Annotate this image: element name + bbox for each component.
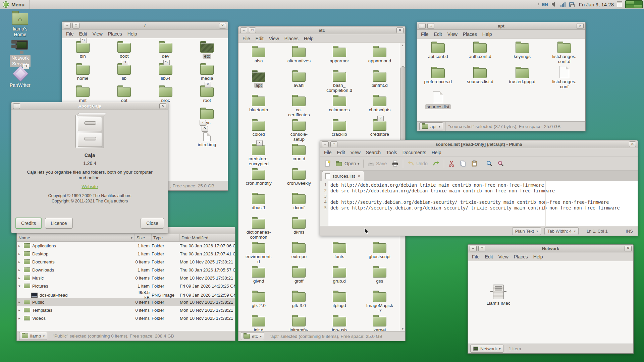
location-dropdown[interactable]: Network▾ bbox=[470, 345, 503, 353]
file-item-cron-monthly[interactable]: cron.monthly bbox=[238, 167, 279, 192]
minimize-button[interactable]: – bbox=[64, 23, 71, 28]
close-button[interactable]: ✕ bbox=[396, 27, 404, 33]
menu-view[interactable]: View bbox=[348, 150, 363, 155]
file-item-apt[interactable]: apt bbox=[238, 69, 279, 94]
file-item-avahi[interactable]: avahi bbox=[279, 69, 319, 94]
menu-view[interactable]: View bbox=[445, 32, 460, 37]
file-item-preferences-d[interactable]: preferences.d bbox=[417, 66, 459, 91]
file-item-trusted-gpg-d[interactable]: trusted.gpg.d bbox=[501, 66, 543, 91]
location-dropdown[interactable]: apt▾ bbox=[419, 122, 443, 130]
file-item-ifplugd[interactable]: ifplugd bbox=[319, 290, 360, 314]
menu-view[interactable]: View bbox=[90, 31, 105, 37]
menu-edit[interactable]: Edit bbox=[76, 31, 90, 37]
file-item-auth-conf-d[interactable]: auth.conf.d bbox=[459, 41, 501, 66]
file-item-sources-list-d[interactable]: sources.list.d bbox=[459, 66, 501, 91]
file-item-colord[interactable]: colord bbox=[238, 118, 279, 143]
notes-applet-icon[interactable] bbox=[617, 1, 622, 7]
column-header-name[interactable]: Name ▾ bbox=[17, 234, 135, 241]
desktop-icon-panwriter[interactable]: ↷ PanWriter bbox=[4, 66, 36, 88]
location-dropdown[interactable]: liamp▾ bbox=[19, 332, 47, 340]
file-item-ipp-usb[interactable]: ipp-usb bbox=[319, 314, 360, 331]
menu-edit[interactable]: Edit bbox=[431, 32, 445, 37]
clock[interactable]: Fri Jan 9, 14:28 bbox=[579, 2, 614, 7]
file-item-home[interactable]: home bbox=[62, 62, 104, 84]
titlebar[interactable]: – □ Network ✕ bbox=[468, 245, 633, 252]
cut-button[interactable] bbox=[446, 158, 457, 169]
table-row-pictures[interactable]: ▾Pictures1 itemFolderFri 09 Jan 2026 14:… bbox=[17, 282, 235, 290]
scroll-up-icon[interactable]: ▲ bbox=[400, 43, 405, 48]
table-row-videos[interactable]: ▸Videos0 itemsFolderMon 10 Nov 2025 17:3… bbox=[17, 314, 235, 322]
save-button[interactable]: Save bbox=[366, 158, 389, 169]
expander-icon[interactable]: ▸ bbox=[18, 244, 22, 248]
expander-icon[interactable]: ▾ bbox=[18, 284, 22, 288]
file-item-chatscripts[interactable]: chatscripts bbox=[360, 94, 400, 118]
file-item-dictionaries-common[interactable]: dictionaries- common bbox=[238, 216, 279, 241]
titlebar[interactable]: – About Caja ✕ bbox=[11, 102, 168, 110]
menu-button[interactable]: Menu bbox=[0, 0, 30, 9]
file-item-lib64[interactable]: ↷lib64 bbox=[145, 62, 186, 84]
desktop-icon-home[interactable]: ⌂ liamp's Home bbox=[4, 13, 36, 38]
table-row-documents[interactable]: ▸Documents0 itemsFolderMon 10 Nov 2025 1… bbox=[17, 258, 235, 266]
file-item-ghostscript[interactable]: ghostscript bbox=[360, 241, 400, 265]
close-dialog-button[interactable]: Close bbox=[141, 218, 164, 229]
titlebar[interactable]: – □ sources.list [Read-Only] (/etc/apt) … bbox=[320, 140, 638, 148]
menu-places[interactable]: Places bbox=[460, 32, 480, 37]
file-item-alsa[interactable]: alsa bbox=[238, 45, 279, 69]
file-item-glvnd[interactable]: glvnd bbox=[238, 265, 279, 290]
menu-places[interactable]: Places bbox=[511, 254, 531, 259]
expander-icon[interactable]: ▸ bbox=[18, 308, 22, 312]
file-item-groff[interactable]: groff bbox=[279, 265, 319, 290]
table-row-dcs-dual-head[interactable]: dcs-dual-head958.5 kBPNG imageFri 09 Jan… bbox=[17, 290, 235, 298]
file-item-alternatives[interactable]: alternatives bbox=[279, 45, 319, 69]
menu-file[interactable]: File bbox=[63, 31, 76, 37]
close-button[interactable]: ✕ bbox=[629, 141, 636, 147]
table-row-public[interactable]: ▸Public0 itemsFolderMon 10 Nov 2025 17:3… bbox=[17, 298, 235, 306]
file-item-calamares[interactable]: calamares bbox=[319, 94, 360, 118]
menu-view[interactable]: View bbox=[496, 254, 511, 259]
file-item-dkms[interactable]: dkms bbox=[279, 216, 319, 241]
menu-help[interactable]: Help bbox=[429, 150, 444, 155]
table-row-templates[interactable]: ▸Templates0 itemsFolderMon 10 Nov 2025 1… bbox=[17, 306, 235, 314]
close-button[interactable]: ✕ bbox=[625, 246, 632, 251]
file-item-init-d[interactable]: init.d bbox=[238, 314, 279, 331]
file-item-boot[interactable]: boot bbox=[104, 40, 145, 62]
menu-file[interactable]: File bbox=[469, 254, 482, 259]
file-item-cracklib[interactable]: cracklib bbox=[319, 118, 360, 143]
tab-sources-list[interactable]: sources.list ✕ bbox=[322, 171, 364, 181]
file-item-listchanges-conf[interactable]: listchanges. conf bbox=[543, 66, 586, 91]
menu-file[interactable]: File bbox=[321, 150, 334, 155]
table-row-desktop[interactable]: ▸Desktop1 itemFolderThu 08 Jan 2026 17:0… bbox=[17, 250, 235, 258]
open-button[interactable]: Open ▾ bbox=[333, 158, 361, 169]
minimize-button[interactable]: – bbox=[13, 103, 20, 109]
replace-button[interactable] bbox=[495, 158, 506, 169]
file-item-fonts[interactable]: fonts bbox=[319, 241, 360, 265]
file-item-grub-d[interactable]: grub.d bbox=[319, 265, 360, 290]
file-item-apt-conf-d[interactable]: apt.conf.d bbox=[417, 41, 459, 66]
scroll-down-icon[interactable]: ▼ bbox=[400, 326, 405, 331]
expander-icon[interactable]: ▸ bbox=[18, 300, 22, 304]
table-row-downloads[interactable]: ▸Downloads1 itemFolderThu 08 Jan 2026 17… bbox=[17, 266, 235, 274]
file-item-cron-d[interactable]: cron.d bbox=[279, 143, 319, 167]
close-button[interactable]: ✕ bbox=[219, 23, 226, 28]
file-item-environment-d[interactable]: environment. d bbox=[238, 241, 279, 265]
file-item-bin[interactable]: ↷bin bbox=[62, 40, 104, 62]
expander-icon[interactable]: ▸ bbox=[18, 260, 22, 264]
file-item-ca-certificates[interactable]: ca- certificates bbox=[279, 94, 319, 118]
menu-search[interactable]: Search bbox=[363, 150, 383, 155]
minimize-button[interactable]: – bbox=[322, 141, 329, 147]
minimize-button[interactable]: – bbox=[240, 27, 247, 33]
file-item-gtk-3-0[interactable]: gtk-3.0 bbox=[279, 290, 319, 314]
menu-documents[interactable]: Documents bbox=[400, 150, 429, 155]
language-selector[interactable]: Plain Text▾ bbox=[512, 227, 541, 235]
close-button[interactable]: ✕ bbox=[577, 23, 584, 29]
open-dropdown-arrow[interactable]: ▾ bbox=[358, 162, 359, 166]
website-link[interactable]: Website bbox=[82, 184, 98, 189]
titlebar[interactable]: – □ / ✕ bbox=[62, 22, 228, 29]
close-button[interactable]: ✕ bbox=[159, 103, 166, 109]
expander-icon[interactable]: ▸ bbox=[18, 252, 22, 256]
expander-icon[interactable]: ▸ bbox=[18, 276, 22, 280]
file-item-media[interactable]: media bbox=[186, 62, 228, 84]
file-item-dconf[interactable]: dconf bbox=[279, 192, 319, 216]
minimize-button[interactable]: – bbox=[419, 23, 426, 29]
menu-help[interactable]: Help bbox=[480, 32, 495, 37]
